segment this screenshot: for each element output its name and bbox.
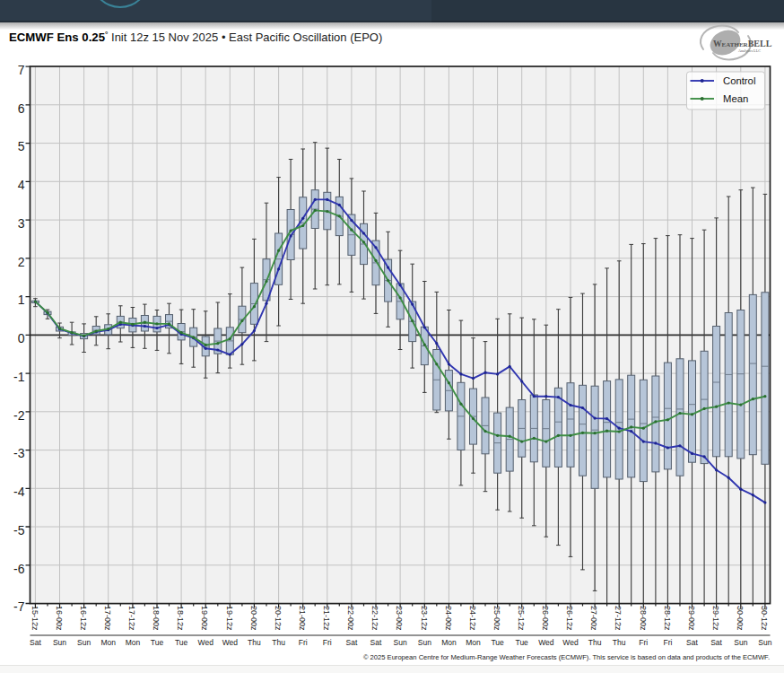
svg-text:Fri: Fri [299, 638, 308, 647]
svg-text:27-12z: 27-12z [614, 606, 623, 631]
svg-text:6: 6 [18, 101, 25, 116]
svg-text:Tue: Tue [175, 638, 188, 647]
svg-text:21-00z: 21-00z [298, 606, 307, 631]
svg-text:26-00z: 26-00z [541, 606, 550, 631]
svg-text:17-00z: 17-00z [103, 606, 112, 631]
svg-text:Wed: Wed [562, 638, 579, 647]
svg-text:7: 7 [18, 63, 25, 77]
svg-text:-5: -5 [13, 523, 25, 538]
svg-text:Wed: Wed [222, 638, 239, 647]
svg-text:18-00z: 18-00z [152, 606, 161, 631]
svg-text:30-00z: 30-00z [736, 606, 745, 631]
svg-text:16-12z: 16-12z [79, 606, 88, 631]
svg-text:20-00z: 20-00z [249, 606, 258, 631]
svg-text:3: 3 [18, 216, 25, 231]
svg-text:Sun: Sun [734, 638, 747, 647]
svg-text:Sun: Sun [394, 638, 407, 647]
svg-text:Mon: Mon [466, 638, 481, 647]
svg-text:-6: -6 [13, 562, 25, 576]
svg-text:24-00z: 24-00z [444, 606, 453, 631]
svg-text:Fri: Fri [639, 638, 648, 647]
svg-text:23-00z: 23-00z [395, 606, 404, 631]
svg-text:Mon: Mon [100, 638, 116, 647]
svg-text:Fri: Fri [663, 638, 672, 647]
svg-text:5: 5 [18, 139, 25, 153]
svg-text:-7: -7 [13, 599, 25, 614]
svg-text:Sun: Sun [418, 638, 431, 647]
svg-text:© 2025 European Centre for Med: © 2025 European Centre for Medium-Range … [363, 653, 770, 661]
svg-text:Tue: Tue [491, 638, 504, 647]
svg-text:Fri: Fri [323, 638, 332, 647]
svg-text:Mean: Mean [723, 93, 748, 104]
svg-text:18-12z: 18-12z [176, 606, 185, 631]
svg-text:Sat: Sat [686, 638, 698, 647]
svg-text:Tue: Tue [151, 638, 164, 647]
svg-text:Thu: Thu [613, 638, 626, 647]
svg-text:16-00z: 16-00z [55, 606, 64, 631]
svg-text:28-12z: 28-12z [663, 606, 672, 631]
svg-text:Sat: Sat [710, 638, 722, 647]
svg-text:4: 4 [18, 178, 25, 192]
svg-text:0: 0 [18, 331, 25, 345]
svg-text:24-12z: 24-12z [468, 606, 477, 631]
svg-text:-4: -4 [13, 485, 25, 499]
svg-text:-3: -3 [13, 446, 25, 460]
svg-text:23-12z: 23-12z [420, 606, 429, 631]
svg-text:Mon: Mon [441, 638, 457, 647]
svg-text:2: 2 [18, 255, 25, 269]
svg-text:28-00z: 28-00z [639, 606, 648, 631]
svg-text:Thu: Thu [588, 638, 602, 647]
svg-text:Sun: Sun [758, 638, 771, 647]
svg-text:25-12z: 25-12z [517, 606, 526, 631]
svg-text:Thu: Thu [248, 638, 261, 647]
svg-text:19-12z: 19-12z [225, 606, 234, 631]
svg-text:26-12z: 26-12z [565, 606, 574, 631]
svg-text:Sat: Sat [346, 638, 358, 647]
svg-text:20-12z: 20-12z [274, 606, 283, 631]
svg-text:1: 1 [18, 293, 25, 307]
svg-text:Sun: Sun [77, 638, 91, 647]
svg-text:Thu: Thu [272, 638, 285, 647]
svg-text:19-00z: 19-00z [200, 606, 209, 631]
svg-text:21-12z: 21-12z [322, 606, 331, 631]
svg-text:17-12z: 17-12z [127, 606, 136, 631]
svg-text:Wed: Wed [538, 638, 554, 647]
svg-text:22-12z: 22-12z [370, 606, 379, 631]
svg-text:27-00z: 27-00z [589, 606, 598, 631]
svg-text:Control: Control [723, 75, 755, 86]
svg-text:29-00z: 29-00z [687, 606, 696, 631]
svg-text:Sat: Sat [30, 638, 41, 647]
svg-text:Mon: Mon [126, 638, 141, 647]
svg-text:15-12z: 15-12z [30, 606, 39, 631]
svg-text:Sat: Sat [370, 638, 382, 647]
svg-text:29-12z: 29-12z [711, 606, 720, 631]
svg-text:22-00z: 22-00z [346, 606, 355, 631]
svg-text:25-00z: 25-00z [492, 606, 501, 631]
svg-text:Sun: Sun [53, 638, 66, 647]
svg-text:-1: -1 [13, 370, 25, 384]
svg-text:30-12z: 30-12z [760, 606, 769, 631]
svg-text:Wed: Wed [198, 638, 214, 647]
svg-text:-2: -2 [13, 408, 25, 423]
svg-text:Tue: Tue [516, 638, 529, 647]
